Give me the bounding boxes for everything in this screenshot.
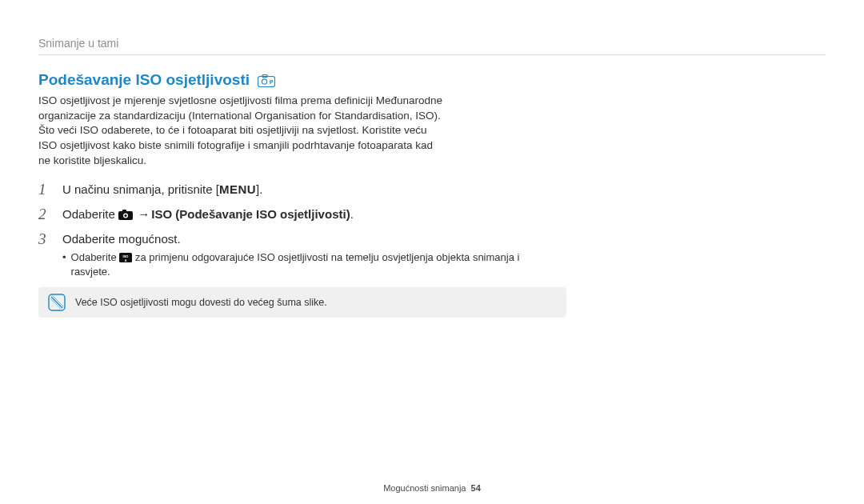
page: Snimanje u tami Podešavanje ISO osjetlji… xyxy=(0,0,864,504)
svg-text:A: A xyxy=(125,258,127,262)
step-number: 1 xyxy=(38,181,51,199)
svg-rect-5 xyxy=(122,210,126,212)
bullet-dot-icon: • xyxy=(62,250,66,279)
page-footer: Mogućnosti snimanja 54 xyxy=(0,483,864,493)
step-number: 3 xyxy=(38,230,51,249)
step-body: Odaberite → ISO (Podešavanje ISO osjetlj… xyxy=(62,206,550,222)
footer-label: Mogućnosti snimanja xyxy=(383,483,466,493)
heading-row: Podešavanje ISO osjetljivosti P xyxy=(38,71,826,89)
camera-p-icon: P xyxy=(258,73,275,87)
svg-text:P: P xyxy=(270,79,274,85)
step-2-post: . xyxy=(350,207,354,221)
info-icon xyxy=(48,294,66,311)
step-1-pre: U načinu snimanja, pritisnite [ xyxy=(62,182,219,196)
step-3: 3 Odaberite mogućnost. • Odaberite ISO A xyxy=(38,230,550,279)
step-3-text: Odaberite mogućnost. xyxy=(62,232,181,246)
page-number: 54 xyxy=(471,483,481,493)
sub-bullet-text: Odaberite ISO A za primjenu odgovarajuće… xyxy=(71,250,550,279)
sub-bullet-post: za primjenu odgovarajuće ISO osjetljivos… xyxy=(71,251,520,278)
divider xyxy=(38,54,826,55)
svg-point-2 xyxy=(262,79,266,84)
step-body: U načinu snimanja, pritisnite [MENU]. xyxy=(62,181,550,198)
step-1: 1 U načinu snimanja, pritisnite [MENU]. xyxy=(38,181,550,199)
step-2-pre: Odaberite xyxy=(62,207,118,221)
svg-point-7 xyxy=(124,214,126,217)
step-body: Odaberite mogućnost. • Odaberite ISO A xyxy=(62,230,550,279)
arrow-right-icon: → xyxy=(138,206,150,222)
camera-icon xyxy=(118,207,136,221)
heading: Podešavanje ISO osjetljivosti xyxy=(38,71,250,89)
menu-label: MENU xyxy=(219,182,256,196)
intro-paragraph: ISO osjetljivost je mjerenje svjetlosne … xyxy=(38,94,446,168)
iso-auto-icon: ISO A xyxy=(119,251,135,263)
step-list: 1 U načinu snimanja, pritisnite [MENU]. … xyxy=(38,181,550,279)
step-number: 2 xyxy=(38,206,51,224)
step-1-post: ]. xyxy=(256,182,262,196)
breadcrumb: Snimanje u tami xyxy=(38,37,826,50)
note-box: Veće ISO osjetljivosti mogu dovesti do v… xyxy=(38,287,566,318)
step-2-bold: ISO (Podešavanje ISO osjetljivosti) xyxy=(151,207,350,221)
sub-bullet-list: • Odaberite ISO A za primjenu odgovaraju… xyxy=(62,250,550,279)
sub-bullet: • Odaberite ISO A za primjenu odgovaraju… xyxy=(62,250,550,279)
step-2: 2 Odaberite → ISO (Podešavanje ISO osjet… xyxy=(38,206,550,224)
note-text: Veće ISO osjetljivosti mogu dovesti do v… xyxy=(75,297,327,308)
sub-bullet-pre: Odaberite xyxy=(71,251,120,263)
